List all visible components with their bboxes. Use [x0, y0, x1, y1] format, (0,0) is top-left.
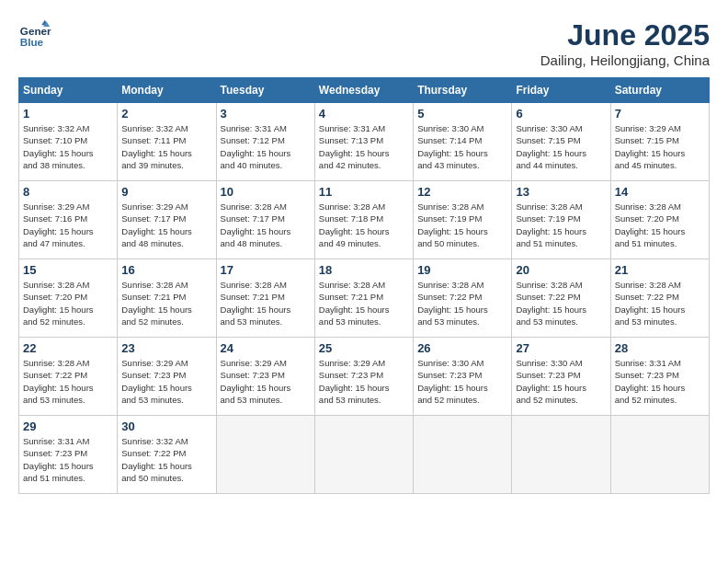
month-title: June 2025 [540, 18, 710, 52]
day-info: Sunrise: 3:32 AM Sunset: 7:11 PM Dayligh… [121, 122, 211, 171]
day-info: Sunrise: 3:31 AM Sunset: 7:12 PM Dayligh… [221, 122, 311, 171]
day-info: Sunrise: 3:29 AM Sunset: 7:16 PM Dayligh… [23, 201, 113, 249]
day-cell-13: 13Sunrise: 3:28 AM Sunset: 7:19 PM Dayli… [512, 181, 610, 259]
empty-cell [512, 416, 610, 494]
calendar-table: SundayMondayTuesdayWednesdayThursdayFrid… [18, 77, 710, 494]
day-info: Sunrise: 3:31 AM Sunset: 7:23 PM Dayligh… [23, 435, 113, 484]
day-number: 17 [221, 263, 311, 277]
title-area: June 2025 Dailing, Heilongjiang, China [540, 18, 710, 68]
day-cell-15: 15Sunrise: 3:28 AM Sunset: 7:20 PM Dayli… [19, 259, 118, 338]
day-cell-12: 12Sunrise: 3:28 AM Sunset: 7:19 PM Dayli… [414, 181, 512, 259]
day-cell-3: 3Sunrise: 3:31 AM Sunset: 7:12 PM Daylig… [216, 103, 314, 181]
day-number: 29 [23, 419, 113, 433]
week-row-3: 15Sunrise: 3:28 AM Sunset: 7:20 PM Dayli… [19, 259, 710, 338]
empty-cell [216, 416, 314, 494]
day-info: Sunrise: 3:28 AM Sunset: 7:22 PM Dayligh… [417, 279, 507, 327]
day-number: 26 [417, 341, 507, 355]
location-title: Dailing, Heilongjiang, China [540, 52, 710, 68]
day-number: 9 [121, 185, 211, 199]
day-number: 30 [121, 419, 211, 433]
day-number: 13 [516, 185, 606, 199]
day-cell-26: 26Sunrise: 3:30 AM Sunset: 7:23 PM Dayli… [414, 338, 512, 416]
day-info: Sunrise: 3:28 AM Sunset: 7:19 PM Dayligh… [417, 201, 507, 249]
day-info: Sunrise: 3:30 AM Sunset: 7:15 PM Dayligh… [516, 122, 606, 171]
week-row-4: 22Sunrise: 3:28 AM Sunset: 7:22 PM Dayli… [19, 338, 710, 416]
day-info: Sunrise: 3:30 AM Sunset: 7:14 PM Dayligh… [417, 122, 507, 171]
day-info: Sunrise: 3:28 AM Sunset: 7:18 PM Dayligh… [319, 201, 409, 249]
svg-text:Blue: Blue [20, 36, 44, 48]
day-cell-6: 6Sunrise: 3:30 AM Sunset: 7:15 PM Daylig… [512, 103, 610, 181]
week-row-1: 1Sunrise: 3:32 AM Sunset: 7:10 PM Daylig… [19, 103, 710, 181]
day-cell-1: 1Sunrise: 3:32 AM Sunset: 7:10 PM Daylig… [19, 103, 118, 181]
day-info: Sunrise: 3:28 AM Sunset: 7:19 PM Dayligh… [516, 201, 606, 249]
weekday-header-tuesday: Tuesday [216, 78, 314, 103]
day-number: 10 [221, 185, 311, 199]
empty-cell [414, 416, 512, 494]
day-number: 21 [615, 263, 705, 277]
day-number: 8 [23, 185, 113, 199]
day-info: Sunrise: 3:28 AM Sunset: 7:21 PM Dayligh… [121, 279, 211, 327]
day-info: Sunrise: 3:29 AM Sunset: 7:23 PM Dayligh… [319, 357, 409, 406]
day-cell-23: 23Sunrise: 3:29 AM Sunset: 7:23 PM Dayli… [118, 338, 216, 416]
day-info: Sunrise: 3:31 AM Sunset: 7:13 PM Dayligh… [319, 122, 409, 171]
day-cell-20: 20Sunrise: 3:28 AM Sunset: 7:22 PM Dayli… [512, 259, 610, 338]
day-number: 22 [23, 341, 113, 355]
day-number: 20 [516, 263, 606, 277]
day-info: Sunrise: 3:29 AM Sunset: 7:23 PM Dayligh… [221, 357, 311, 406]
day-cell-7: 7Sunrise: 3:29 AM Sunset: 7:15 PM Daylig… [610, 103, 709, 181]
day-info: Sunrise: 3:28 AM Sunset: 7:21 PM Dayligh… [221, 279, 311, 327]
day-cell-18: 18Sunrise: 3:28 AM Sunset: 7:21 PM Dayli… [314, 259, 413, 338]
day-cell-28: 28Sunrise: 3:31 AM Sunset: 7:23 PM Dayli… [610, 338, 709, 416]
day-number: 1 [23, 107, 113, 121]
logo-icon: General Blue [18, 18, 51, 52]
day-cell-16: 16Sunrise: 3:28 AM Sunset: 7:21 PM Dayli… [118, 259, 216, 338]
day-info: Sunrise: 3:28 AM Sunset: 7:22 PM Dayligh… [516, 279, 606, 327]
day-cell-8: 8Sunrise: 3:29 AM Sunset: 7:16 PM Daylig… [19, 181, 118, 259]
day-number: 19 [417, 263, 507, 277]
day-number: 28 [615, 341, 705, 355]
page-header: General Blue June 2025 Dailing, Heilongj… [18, 18, 710, 68]
day-info: Sunrise: 3:29 AM Sunset: 7:23 PM Dayligh… [121, 357, 211, 406]
day-cell-11: 11Sunrise: 3:28 AM Sunset: 7:18 PM Dayli… [314, 181, 413, 259]
day-info: Sunrise: 3:30 AM Sunset: 7:23 PM Dayligh… [516, 357, 606, 406]
day-number: 12 [417, 185, 507, 199]
day-number: 24 [221, 341, 311, 355]
logo: General Blue [18, 18, 51, 52]
empty-cell [610, 416, 709, 494]
day-info: Sunrise: 3:31 AM Sunset: 7:23 PM Dayligh… [615, 357, 705, 406]
day-number: 4 [319, 107, 409, 121]
day-number: 23 [121, 341, 211, 355]
day-cell-30: 30Sunrise: 3:32 AM Sunset: 7:22 PM Dayli… [118, 416, 216, 494]
day-number: 6 [516, 107, 606, 121]
weekday-header-row: SundayMondayTuesdayWednesdayThursdayFrid… [19, 78, 710, 103]
day-info: Sunrise: 3:32 AM Sunset: 7:22 PM Dayligh… [121, 435, 211, 484]
weekday-header-wednesday: Wednesday [314, 78, 413, 103]
day-number: 11 [319, 185, 409, 199]
weekday-header-sunday: Sunday [19, 78, 118, 103]
day-info: Sunrise: 3:28 AM Sunset: 7:21 PM Dayligh… [319, 279, 409, 327]
day-cell-5: 5Sunrise: 3:30 AM Sunset: 7:14 PM Daylig… [414, 103, 512, 181]
week-row-5: 29Sunrise: 3:31 AM Sunset: 7:23 PM Dayli… [19, 416, 710, 494]
day-cell-19: 19Sunrise: 3:28 AM Sunset: 7:22 PM Dayli… [414, 259, 512, 338]
day-cell-10: 10Sunrise: 3:28 AM Sunset: 7:17 PM Dayli… [216, 181, 314, 259]
day-info: Sunrise: 3:28 AM Sunset: 7:20 PM Dayligh… [23, 279, 113, 327]
day-number: 25 [319, 341, 409, 355]
day-number: 2 [121, 107, 211, 121]
day-number: 15 [23, 263, 113, 277]
empty-cell [314, 416, 413, 494]
day-number: 27 [516, 341, 606, 355]
day-cell-24: 24Sunrise: 3:29 AM Sunset: 7:23 PM Dayli… [216, 338, 314, 416]
week-row-2: 8Sunrise: 3:29 AM Sunset: 7:16 PM Daylig… [19, 181, 710, 259]
day-number: 7 [615, 107, 705, 121]
day-number: 16 [121, 263, 211, 277]
day-number: 5 [417, 107, 507, 121]
day-number: 14 [615, 185, 705, 199]
day-info: Sunrise: 3:28 AM Sunset: 7:20 PM Dayligh… [615, 201, 705, 249]
day-info: Sunrise: 3:28 AM Sunset: 7:17 PM Dayligh… [221, 201, 311, 249]
day-info: Sunrise: 3:32 AM Sunset: 7:10 PM Dayligh… [23, 122, 113, 171]
day-cell-29: 29Sunrise: 3:31 AM Sunset: 7:23 PM Dayli… [19, 416, 118, 494]
weekday-header-saturday: Saturday [610, 78, 709, 103]
day-info: Sunrise: 3:30 AM Sunset: 7:23 PM Dayligh… [417, 357, 507, 406]
day-cell-21: 21Sunrise: 3:28 AM Sunset: 7:22 PM Dayli… [610, 259, 709, 338]
day-number: 3 [221, 107, 311, 121]
